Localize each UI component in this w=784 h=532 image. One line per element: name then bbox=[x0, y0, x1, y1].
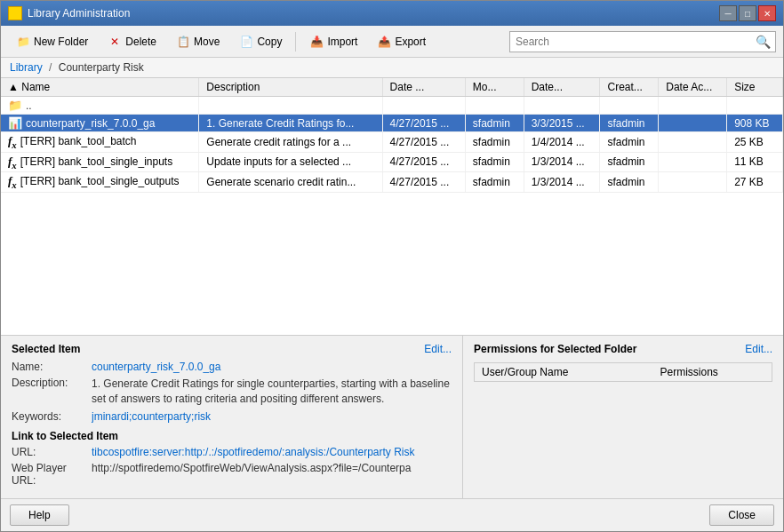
toolbar-separator bbox=[295, 32, 296, 52]
description-value: 1. Generate Credit Ratings for single co… bbox=[92, 377, 452, 407]
cell-date-created: 3/3/2015 ... bbox=[524, 115, 600, 132]
web-player-value: http://spotfiredemo/SpotfireWeb/ViewAnal… bbox=[92, 462, 452, 487]
selected-item-edit-link[interactable]: Edit... bbox=[424, 343, 452, 355]
parent-folder-icon: 📁 bbox=[8, 99, 22, 112]
cell-date-modified bbox=[382, 97, 465, 115]
breadcrumb-current: Counterparty Risk bbox=[59, 61, 144, 74]
name-value: counterparty_risk_7.0.0_ga bbox=[92, 361, 452, 373]
col-header-date-accessed[interactable]: Date Ac... bbox=[659, 78, 727, 97]
url-value: tibcospotfire:server:http:/.:/spotfirede… bbox=[92, 446, 452, 458]
col-header-modified-by[interactable]: Mo... bbox=[465, 78, 524, 97]
delete-icon: ✕ bbox=[108, 35, 122, 49]
title-bar-left: Library Administration bbox=[8, 6, 130, 20]
web-player-label: Web Player URL: bbox=[12, 462, 92, 487]
cell-date-modified: 4/27/2015 ... bbox=[382, 115, 465, 132]
new-folder-button[interactable]: 📁 New Folder bbox=[8, 31, 96, 52]
table-header-row: ▲ Name Description Date ... Mo... Date..… bbox=[1, 78, 783, 97]
search-box: 🔍 bbox=[509, 31, 776, 52]
col-header-created-by[interactable]: Creat... bbox=[600, 78, 659, 97]
cell-description: Generate scenario credit ratin... bbox=[199, 172, 382, 193]
cell-date-created: 1/3/2014 ... bbox=[524, 172, 600, 193]
breadcrumb-separator: / bbox=[49, 61, 52, 74]
title-bar: Library Administration ─ □ ✕ bbox=[1, 1, 783, 26]
copy-icon: 📄 bbox=[239, 35, 253, 49]
perm-header-row: User/Group Name Permissions bbox=[475, 363, 772, 382]
permissions-title: Permissions for Selected Folder bbox=[474, 343, 636, 355]
cell-description: 1. Generate Credit Ratings fo... bbox=[199, 115, 382, 132]
url-label: URL: bbox=[12, 446, 92, 458]
permissions-header: Permissions for Selected Folder Edit... bbox=[474, 343, 772, 355]
col-header-description[interactable]: Description bbox=[199, 78, 382, 97]
close-button[interactable]: Close bbox=[709, 504, 774, 526]
toolbar: 📁 New Folder ✕ Delete 📋 Move 📄 Copy 📥 Im… bbox=[1, 26, 783, 58]
cell-date-modified: 4/27/2015 ... bbox=[382, 132, 465, 153]
copy-button[interactable]: 📄 Copy bbox=[231, 31, 290, 52]
bottom-main: Selected Item Edit... Name: counterparty… bbox=[1, 336, 783, 498]
cell-date-accessed bbox=[659, 97, 727, 115]
name-row: Name: counterparty_risk_7.0.0_ga bbox=[12, 361, 452, 373]
export-icon: 📤 bbox=[377, 35, 391, 49]
cell-modified-by bbox=[465, 97, 524, 115]
analysis-icon: 📊 bbox=[8, 116, 22, 130]
cell-modified-by: sfadmin bbox=[465, 115, 524, 132]
selected-item-header: Selected Item Edit... bbox=[12, 343, 452, 355]
cell-date-accessed bbox=[659, 115, 727, 132]
name-label: Name: bbox=[12, 361, 92, 373]
cell-size: 25 KB bbox=[727, 132, 783, 153]
cell-name: 📊counterparty_risk_7.0.0_ga bbox=[1, 115, 199, 132]
bottom-buttons: Help Close bbox=[1, 498, 783, 531]
permissions-edit-link[interactable]: Edit... bbox=[745, 343, 772, 355]
move-icon: 📋 bbox=[176, 35, 190, 49]
cell-date-modified: 4/27/2015 ... bbox=[382, 172, 465, 193]
cell-date-created: 1/4/2014 ... bbox=[524, 132, 600, 153]
col-header-size[interactable]: Size bbox=[727, 78, 783, 97]
cell-created-by: sfadmin bbox=[600, 152, 659, 172]
table-row[interactable]: fx[TERR] bank_tool_single_outputsGenerat… bbox=[1, 172, 783, 193]
cell-date-accessed bbox=[659, 172, 727, 193]
selected-item-title: Selected Item bbox=[12, 343, 80, 355]
help-button[interactable]: Help bbox=[10, 504, 69, 526]
cell-created-by: sfadmin bbox=[600, 132, 659, 153]
search-button[interactable]: 🔍 bbox=[750, 32, 775, 52]
cell-description bbox=[199, 97, 382, 115]
keywords-row: Keywords: jminardi;counterparty;risk bbox=[12, 410, 452, 423]
file-table-wrapper: ▲ Name Description Date ... Mo... Date..… bbox=[1, 78, 783, 336]
move-button[interactable]: 📋 Move bbox=[168, 31, 228, 52]
col-header-date-modified[interactable]: Date ... bbox=[382, 78, 465, 97]
breadcrumb-library-link[interactable]: Library bbox=[10, 61, 43, 74]
cell-description: Update inputs for a selected ... bbox=[199, 152, 382, 172]
cell-size: 27 KB bbox=[727, 172, 783, 193]
keywords-value: jminardi;counterparty;risk bbox=[92, 410, 452, 423]
table-row[interactable]: 📁.. bbox=[1, 97, 783, 115]
description-row: Description: 1. Generate Credit Ratings … bbox=[12, 377, 452, 407]
new-folder-icon: 📁 bbox=[16, 35, 30, 49]
cell-name: 📁.. bbox=[1, 97, 199, 115]
search-input[interactable] bbox=[510, 32, 750, 52]
link-section-title: Link to Selected Item bbox=[12, 430, 452, 442]
cell-date-accessed bbox=[659, 152, 727, 172]
file-table: ▲ Name Description Date ... Mo... Date..… bbox=[1, 78, 783, 193]
cell-name: fx[TERR] bank_tool_batch bbox=[1, 132, 199, 153]
col-header-date-created[interactable]: Date... bbox=[524, 78, 600, 97]
description-label: Description: bbox=[12, 377, 92, 389]
col-header-name[interactable]: ▲ Name bbox=[1, 78, 199, 97]
export-button[interactable]: 📤 Export bbox=[369, 31, 434, 52]
breadcrumb: Library / Counterparty Risk bbox=[1, 58, 783, 78]
import-icon: 📥 bbox=[309, 35, 324, 49]
bottom-panel: Selected Item Edit... Name: counterparty… bbox=[1, 336, 783, 531]
import-button[interactable]: 📥 Import bbox=[301, 31, 365, 52]
url-row: URL: tibcospotfire:server:http:/.:/spotf… bbox=[12, 446, 452, 458]
app-icon bbox=[8, 6, 22, 20]
table-row[interactable]: fx[TERR] bank_tool_single_inputsUpdate i… bbox=[1, 152, 783, 172]
table-row[interactable]: fx[TERR] bank_tool_batchGenerate credit … bbox=[1, 132, 783, 153]
close-window-button[interactable]: ✕ bbox=[758, 5, 776, 21]
maximize-button[interactable]: □ bbox=[739, 5, 756, 21]
permissions-table: User/Group Name Permissions bbox=[474, 362, 772, 487]
minimize-button[interactable]: ─ bbox=[719, 5, 737, 21]
cell-date-created bbox=[524, 97, 600, 115]
cell-name: fx[TERR] bank_tool_single_inputs bbox=[1, 152, 199, 172]
function-icon: fx bbox=[8, 155, 17, 168]
table-row[interactable]: 📊counterparty_risk_7.0.0_ga1. Generate C… bbox=[1, 115, 783, 132]
perm-col-user-group: User/Group Name bbox=[475, 363, 653, 382]
delete-button[interactable]: ✕ Delete bbox=[100, 31, 164, 52]
